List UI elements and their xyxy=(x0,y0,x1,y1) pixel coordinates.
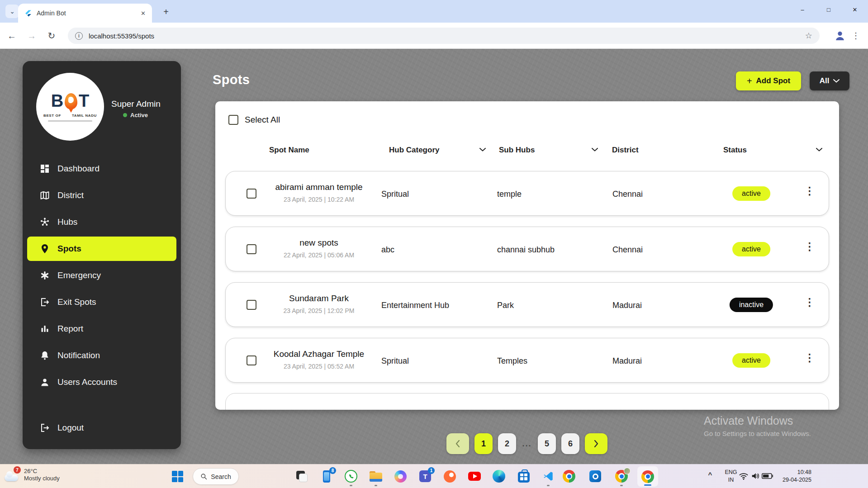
taskbar-weather-widget[interactable]: 7 26°C Mostly cloudy xyxy=(5,467,60,483)
phone-link-icon xyxy=(323,470,330,483)
language-top: ENG xyxy=(722,469,740,476)
hub-category-cell: Spritual xyxy=(381,356,409,366)
sidebar-item-label: Notification xyxy=(57,351,100,360)
column-header-district: District xyxy=(612,146,639,155)
chrome-button[interactable] xyxy=(563,470,575,483)
location-pin-icon xyxy=(39,243,50,254)
activate-windows-watermark: Activate Windows Go to Settings to activ… xyxy=(704,414,811,437)
search-label: Search xyxy=(211,473,231,480)
page-button-6[interactable]: 6 xyxy=(561,433,579,454)
sidebar-item-report[interactable]: Report xyxy=(27,317,176,341)
map-icon xyxy=(39,190,50,201)
hub-category-cell: abc xyxy=(381,245,394,255)
sub-hubs-filter-chevron-icon[interactable] xyxy=(592,148,598,152)
browser-profile-button[interactable] xyxy=(834,29,846,42)
language-indicator[interactable]: ENG IN xyxy=(722,469,740,484)
whatsapp-button[interactable] xyxy=(345,470,357,483)
hub-category-filter-chevron-icon[interactable] xyxy=(479,148,486,152)
sidebar-item-label: Dashboard xyxy=(57,164,100,174)
select-all-row: Select All xyxy=(228,115,280,125)
page-button-1[interactable]: 1 xyxy=(474,433,493,454)
close-button[interactable]: ✕ xyxy=(842,0,868,19)
microsoft-store-icon xyxy=(518,472,530,483)
task-view-button[interactable] xyxy=(295,470,308,483)
back-button[interactable]: ← xyxy=(4,28,20,44)
maximize-button[interactable]: □ xyxy=(816,0,842,19)
previous-page-button[interactable] xyxy=(446,433,469,454)
clock-time: 10:48 xyxy=(772,469,811,476)
browser-navbar: ← → ↻ i localhost:55395/spots ☆ ⋮ xyxy=(0,23,868,49)
new-tab-button[interactable]: + xyxy=(159,5,173,19)
address-bar[interactable]: i localhost:55395/spots ☆ xyxy=(68,28,820,44)
spot-name: Sundaram Park xyxy=(256,294,382,303)
logout-button[interactable]: Logout xyxy=(27,416,176,440)
spots-table-card: Select All Spot Name Hub Category Sub Hu… xyxy=(215,101,839,410)
row-actions-kebab-icon[interactable]: ⋮ xyxy=(803,296,816,308)
logo-letter-t: T xyxy=(79,92,89,109)
add-spot-button[interactable]: + Add Spot xyxy=(736,71,801,90)
file-explorer-button[interactable] xyxy=(370,470,382,483)
status-badge: active xyxy=(732,242,770,256)
browser-tab[interactable]: Admin Bot ✕ xyxy=(18,4,152,23)
row-actions-kebab-icon[interactable]: ⋮ xyxy=(803,185,816,197)
tab-close-icon[interactable]: ✕ xyxy=(141,10,146,17)
sidebar-item-dashboard[interactable]: Dashboard xyxy=(27,156,176,181)
next-page-button[interactable] xyxy=(585,433,607,454)
outlook-button[interactable] xyxy=(589,470,602,483)
row-checkbox[interactable] xyxy=(247,355,256,365)
chrome-profile-button[interactable] xyxy=(615,470,628,483)
minimize-button[interactable]: – xyxy=(789,0,816,19)
status-badge: active xyxy=(732,353,770,368)
table-row: abirami amman temple 23 April, 2025 | 10… xyxy=(225,171,829,216)
microsoft-store-button[interactable] xyxy=(517,470,530,483)
reload-button[interactable]: ↻ xyxy=(43,28,60,44)
wifi-icon[interactable] xyxy=(739,472,749,480)
browser-menu-kebab-icon[interactable]: ⋮ xyxy=(849,28,863,43)
phone-link-button[interactable]: 8 xyxy=(320,470,333,483)
logo-caption-left: BEST OF xyxy=(43,114,61,118)
row-checkbox[interactable] xyxy=(247,244,256,254)
bookmark-star-icon[interactable]: ☆ xyxy=(805,31,812,41)
postman-button[interactable] xyxy=(443,470,456,483)
bot-logo: B T BEST OF TAMIL NADU xyxy=(36,73,104,141)
row-actions-kebab-icon[interactable]: ⋮ xyxy=(803,352,816,364)
youtube-button[interactable] xyxy=(468,470,481,483)
vscode-button[interactable] xyxy=(542,470,555,483)
start-button[interactable] xyxy=(172,471,183,482)
row-checkbox[interactable] xyxy=(247,300,256,310)
sidebar-item-hubs[interactable]: Hubs xyxy=(27,210,176,234)
status-filter-chevron-icon[interactable] xyxy=(816,148,822,152)
sidebar-item-district[interactable]: District xyxy=(27,183,176,208)
taskbar-clock[interactable]: 10:48 29-04-2025 xyxy=(772,469,811,484)
page-button-5[interactable]: 5 xyxy=(538,433,556,454)
spot-name-cell: new spots 22 April, 2025 | 05:06 AM xyxy=(256,238,382,259)
running-indicator xyxy=(547,485,550,486)
sidebar-item-users-accounts[interactable]: Users Accounts xyxy=(27,370,176,394)
logo-letter-b: B xyxy=(51,92,63,109)
spot-datetime: 23 April, 2025 | 05:52 AM xyxy=(256,363,382,370)
edge-button[interactable] xyxy=(493,470,505,483)
forward-button[interactable]: → xyxy=(24,28,40,44)
status-filter-dropdown[interactable]: All xyxy=(810,71,849,90)
row-checkbox[interactable] xyxy=(247,189,256,199)
copilot-button[interactable] xyxy=(394,470,407,483)
spot-name: Koodal Azhagar Temple xyxy=(256,349,382,359)
sidebar-item-emergency[interactable]: Emergency xyxy=(27,263,176,288)
page-button-2[interactable]: 2 xyxy=(498,433,516,454)
spot-name: abirami amman temple xyxy=(256,182,382,192)
running-indicator xyxy=(375,485,377,486)
volume-icon[interactable] xyxy=(751,472,760,480)
tab-search-chevron-icon[interactable]: ⌄ xyxy=(5,5,19,18)
tray-show-hidden-icons[interactable]: ^ xyxy=(705,471,716,479)
row-actions-kebab-icon[interactable]: ⋮ xyxy=(803,241,816,253)
sidebar-item-spots[interactable]: Spots xyxy=(27,237,176,261)
teams-button[interactable]: T1 xyxy=(419,470,432,483)
sidebar-item-exit-spots[interactable]: Exit Spots xyxy=(27,290,176,314)
taskbar-search[interactable]: Search xyxy=(193,468,239,485)
sidebar-item-notification[interactable]: Notification xyxy=(27,343,176,368)
site-info-icon[interactable]: i xyxy=(75,32,83,40)
select-all-checkbox[interactable] xyxy=(228,115,238,125)
spot-name-cell: Koodal Azhagar Temple 23 April, 2025 | 0… xyxy=(256,349,382,370)
chrome-active-window-button[interactable] xyxy=(637,466,658,487)
logo-caption-right: TAMIL NADU xyxy=(72,114,97,118)
